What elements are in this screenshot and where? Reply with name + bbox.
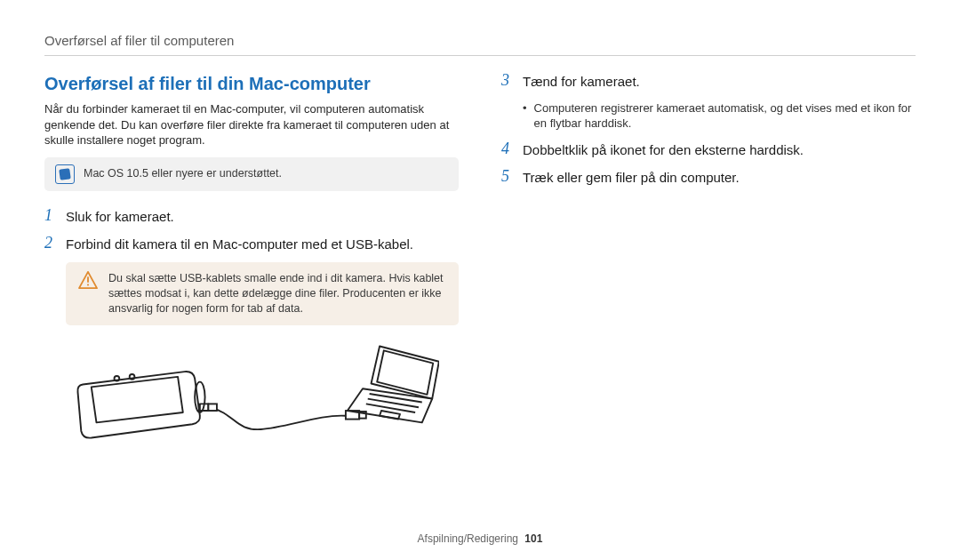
step-2: 2 Forbind dit kamera til en Mac-computer… — [44, 235, 459, 253]
step-3-bullet: • Computeren registrerer kameraet automa… — [523, 100, 916, 132]
bullet-dot-icon: • — [523, 100, 527, 132]
svg-point-4 — [130, 374, 135, 380]
svg-point-3 — [115, 376, 120, 381]
svg-rect-0 — [87, 277, 89, 283]
right-column: 3 Tænd for kameraet. • Computeren regist… — [501, 72, 916, 452]
step-text: Tænd for kameraet. — [523, 72, 640, 91]
svg-rect-6 — [208, 404, 217, 411]
step-number: 5 — [501, 168, 514, 187]
svg-rect-1 — [87, 284, 89, 286]
note-text: Mac OS 10.5 eller nyere er understøttet. — [84, 166, 282, 181]
note-box: Mac OS 10.5 eller nyere er understøttet. — [44, 157, 459, 191]
left-column: Overførsel af filer til din Mac-computer… — [44, 72, 459, 452]
step-number: 1 — [44, 207, 57, 226]
step-5: 5 Træk eller gem filer på din computer. — [501, 168, 916, 187]
manual-page: Overførsel af filer til computeren Overf… — [0, 0, 960, 560]
page-number: 101 — [524, 532, 542, 545]
step-number: 3 — [501, 72, 514, 91]
page-footer: Afspilning/Redigering 101 — [0, 532, 960, 546]
breadcrumb: Overførsel af filer til computeren — [44, 32, 916, 56]
step-number: 4 — [501, 140, 514, 159]
step-4: 4 Dobbeltklik på ikonet for den eksterne… — [501, 140, 916, 159]
right-steps: 3 Tænd for kameraet. • Computeren regist… — [501, 72, 916, 187]
step-3-bullet-text: Computeren registrerer kameraet automati… — [534, 100, 916, 132]
step-1: 1 Sluk for kameraet. — [44, 207, 459, 226]
section-title: Overførsel af filer til din Mac-computer — [44, 72, 459, 96]
step-number: 2 — [44, 235, 57, 253]
note-icon — [55, 164, 75, 184]
step-text: Dobbeltklik på ikonet for den eksterne h… — [523, 140, 804, 159]
intro-paragraph: Når du forbinder kameraet til en Mac-com… — [44, 101, 459, 148]
left-steps: 1 Sluk for kameraet. 2 Forbind dit kamer… — [44, 207, 459, 254]
step-3: 3 Tænd for kameraet. — [501, 72, 916, 91]
footer-section-label: Afspilning/Redigering — [418, 532, 518, 545]
content-columns: Overførsel af filer til din Mac-computer… — [44, 72, 916, 452]
warning-box: Du skal sætte USB-kablets smalle ende in… — [66, 262, 459, 325]
step-text: Forbind dit kamera til en Mac-computer m… — [66, 235, 413, 253]
warning-text: Du skal sætte USB-kablets smalle ende in… — [108, 271, 446, 316]
step-text: Træk eller gem filer på din computer. — [523, 168, 740, 187]
connection-diagram — [66, 338, 459, 452]
step-text: Sluk for kameraet. — [66, 207, 174, 226]
warning-icon — [78, 271, 98, 289]
